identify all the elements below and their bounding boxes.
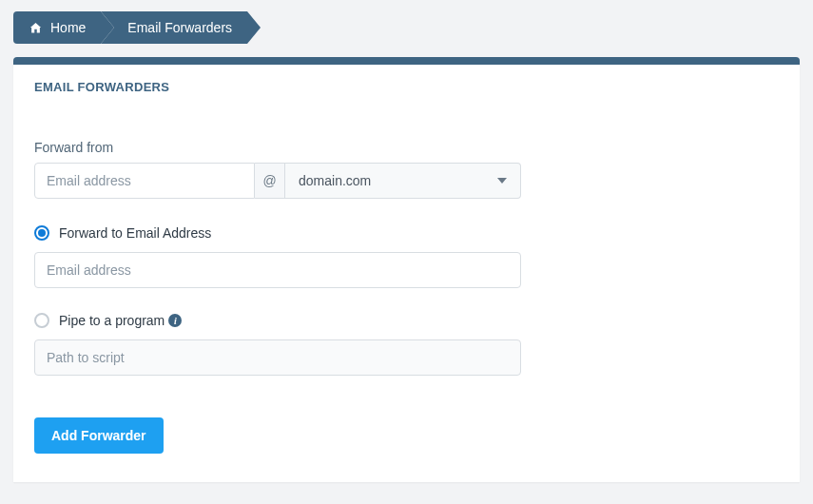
option-pipe-to-program[interactable]: Pipe to a program i — [34, 313, 779, 328]
forward-from-row: @ domain.com — [34, 163, 521, 199]
radio-pipe[interactable] — [34, 313, 49, 328]
radio-forward-to[interactable] — [34, 225, 49, 241]
forward-from-input[interactable] — [34, 163, 255, 199]
email-forwarders-panel: EMAIL FORWARDERS Forward from @ domain.c… — [13, 57, 800, 482]
chevron-down-icon — [497, 178, 507, 184]
breadcrumb: Home Email Forwarders — [0, 0, 813, 57]
info-icon[interactable]: i — [168, 314, 182, 327]
domain-select-value: domain.com — [299, 173, 371, 188]
forward-to-email-input[interactable] — [34, 252, 521, 288]
breadcrumb-current-label: Email Forwarders — [127, 20, 232, 35]
breadcrumb-current[interactable]: Email Forwarders — [101, 11, 247, 44]
domain-select[interactable]: domain.com — [285, 163, 521, 199]
home-icon — [29, 21, 43, 35]
breadcrumb-home[interactable]: Home — [13, 11, 101, 44]
option-forward-to-label: Forward to Email Address — [59, 225, 211, 241]
at-symbol: @ — [255, 163, 285, 199]
forward-from-label: Forward from — [34, 140, 779, 155]
breadcrumb-home-label: Home — [50, 20, 86, 35]
option-pipe-label: Pipe to a program — [59, 313, 165, 328]
panel-title: EMAIL FORWARDERS — [34, 80, 779, 94]
add-forwarder-button[interactable]: Add Forwarder — [34, 417, 164, 454]
option-forward-to-email[interactable]: Forward to Email Address — [34, 225, 779, 241]
pipe-script-input[interactable] — [34, 339, 521, 376]
